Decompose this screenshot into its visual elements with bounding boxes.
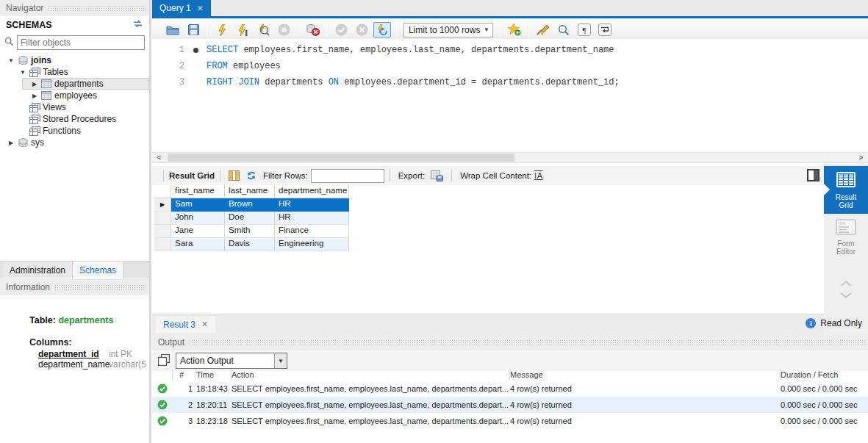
grid-column-header-last-name[interactable]: last_name <box>225 185 275 198</box>
output-row[interactable]: 118:18:43SELECT employees.first_name, em… <box>152 381 868 397</box>
tab-result-3[interactable]: Result 3✕ <box>156 317 215 333</box>
grid-cell[interactable]: Sara <box>171 238 225 251</box>
row-header-cell[interactable]: ▶ <box>154 198 171 212</box>
output-column-header-message[interactable]: Message <box>510 370 781 380</box>
code-text: RIGHT JOIN departments ON employees.depa… <box>207 77 620 87</box>
scroll-left-arrow-icon[interactable]: < <box>154 153 165 162</box>
side-panel-label: Result Grid <box>831 193 861 209</box>
grid-cell[interactable]: Sam <box>171 198 225 212</box>
export-icon[interactable] <box>431 170 443 181</box>
result-grid-table[interactable]: first_namelast_namedepartment_name▶SamBr… <box>154 185 349 251</box>
grid-column-header-first-name[interactable]: first_name <box>171 185 225 198</box>
tree-item-departments[interactable]: ▶departments <box>22 78 149 90</box>
tree-item-joins[interactable]: ▼joins <box>0 54 149 66</box>
tree-item-functions[interactable]: Functions <box>0 125 149 137</box>
table-row[interactable]: JaneSmithFinance <box>154 225 349 238</box>
toggle-autocommit-icon[interactable] <box>373 22 391 37</box>
tab-schemas[interactable]: Schemas <box>73 262 123 278</box>
grid-cell[interactable]: Finance <box>275 225 349 238</box>
refresh-icon[interactable] <box>245 170 257 181</box>
tree-item-views[interactable]: Views <box>0 101 149 113</box>
panel-collapse-chevrons[interactable] <box>824 281 868 298</box>
wrap-cell-content-icon[interactable]: IA <box>534 171 542 180</box>
info-table-name: departments <box>58 315 113 325</box>
scroll-right-arrow-icon[interactable]: > <box>856 153 867 162</box>
row-header-cell[interactable] <box>154 238 171 251</box>
beautify-sql-icon[interactable] <box>534 22 552 37</box>
side-panel-result-grid[interactable]: Result Grid <box>824 166 868 214</box>
scrollbar-thumb[interactable] <box>168 154 514 162</box>
grid-cell[interactable]: Doe <box>225 212 275 225</box>
execute-query-icon[interactable] <box>213 22 231 37</box>
output-column-header--[interactable]: # <box>173 370 196 380</box>
grid-columns-icon[interactable] <box>229 170 240 181</box>
info-icon[interactable]: i <box>806 318 816 328</box>
tree-item-stored-procedures[interactable]: Stored Procedures <box>0 113 149 125</box>
output-row[interactable]: 218:20:11SELECT employees.first_name, em… <box>152 397 868 413</box>
output-row-time: 18:23:18 <box>196 417 232 425</box>
table-row[interactable]: ▶SamBrownHR <box>154 198 349 212</box>
output-column-header-time[interactable]: Time <box>196 370 232 380</box>
output-row[interactable]: 318:23:18SELECT employees.first_name, em… <box>152 413 868 429</box>
sidebar-toggle-icon[interactable] <box>807 169 819 181</box>
tree-expand-arrow-icon[interactable]: ▶ <box>29 93 40 99</box>
tree-collapse-arrow-icon[interactable]: ▼ <box>18 69 28 76</box>
action-output-table[interactable]: #TimeActionMessageDuration / Fetch118:18… <box>152 369 868 429</box>
tree-collapse-arrow-icon[interactable]: ▼ <box>6 57 16 64</box>
grid-cell[interactable]: HR <box>275 198 349 212</box>
code-line: 3RIGHT JOIN departments ON employees.dep… <box>152 74 868 90</box>
find-icon[interactable] <box>555 22 573 37</box>
tree-expand-arrow-icon[interactable]: ▶ <box>29 81 40 87</box>
toggle-wrapping-icon[interactable] <box>596 22 614 37</box>
sql-editor[interactable]: 1SELECT employees.first_name, employees.… <box>152 39 868 151</box>
row-header-cell[interactable] <box>154 225 171 238</box>
filter-rows-input[interactable] <box>311 169 384 183</box>
close-icon[interactable]: ✕ <box>201 320 208 329</box>
save-icon[interactable] <box>184 22 202 37</box>
export-label: Export: <box>398 171 425 180</box>
schemas-sync-icon[interactable] <box>132 20 143 30</box>
row-header-cell[interactable] <box>154 212 171 225</box>
grid-cell[interactable]: Jane <box>171 225 225 238</box>
table-row[interactable]: JohnDoeHR <box>154 212 349 225</box>
result-grid-icon <box>835 171 857 191</box>
info-column-name: department_id <box>29 349 109 359</box>
chevron-down-icon: ▼ <box>481 24 492 37</box>
tab-label: Query 1 <box>159 3 191 13</box>
explain-query-icon[interactable] <box>254 22 272 37</box>
open-file-icon[interactable] <box>164 22 182 37</box>
marker-dot <box>193 48 198 53</box>
tree-item-label: Functions <box>41 126 81 136</box>
output-column-header-duration-fetch[interactable]: Duration / Fetch <box>781 370 868 380</box>
stop-query-icon <box>275 22 293 37</box>
toggle-stop-on-error-icon[interactable] <box>304 22 321 37</box>
grid-cell[interactable]: Engineering <box>275 238 349 251</box>
grid-column-header-department-name[interactable]: department_name <box>275 185 349 198</box>
table-row[interactable]: SaraDavisEngineering <box>154 238 349 251</box>
tree-item-sys[interactable]: ▶sys <box>0 137 149 148</box>
schema-filter-input[interactable] <box>17 35 145 50</box>
side-panel-form-editor[interactable]: Form Editor <box>824 214 868 260</box>
tree-item-employees[interactable]: ▶employees <box>0 90 149 101</box>
output-column-header-action[interactable]: Action <box>232 370 510 380</box>
limit-rows-value: Limit to 1000 rows <box>404 25 481 35</box>
output-view-dropdown[interactable]: Action Output ▼ <box>176 353 287 369</box>
info-column-type: varchar(5 <box>109 359 146 370</box>
grid-cell[interactable]: Davis <box>225 238 275 251</box>
editor-horizontal-scrollbar[interactable]: < > <box>152 152 868 163</box>
tree-expand-arrow-icon[interactable]: ▶ <box>6 140 16 146</box>
grid-cell[interactable]: John <box>171 212 225 225</box>
output-row-message: 4 row(s) returned <box>510 384 781 393</box>
close-icon[interactable]: ✕ <box>197 4 204 13</box>
show-invisibles-icon[interactable]: ¶ <box>575 22 593 37</box>
grid-cell[interactable]: Brown <box>225 198 275 212</box>
tab-administration[interactable]: Administration <box>3 262 73 278</box>
limit-rows-dropdown[interactable]: Limit to 1000 rows ▼ <box>403 23 493 37</box>
tab-query-1[interactable]: Query 1✕ <box>152 0 211 16</box>
tree-item-tables[interactable]: ▼Tables <box>0 66 149 78</box>
execute-statement-icon[interactable] <box>234 22 251 37</box>
grid-cell[interactable]: HR <box>275 212 349 225</box>
grid-cell[interactable]: Smith <box>225 225 275 238</box>
output-stack-icon[interactable] <box>158 354 170 368</box>
save-snippet-icon[interactable] <box>506 22 523 37</box>
